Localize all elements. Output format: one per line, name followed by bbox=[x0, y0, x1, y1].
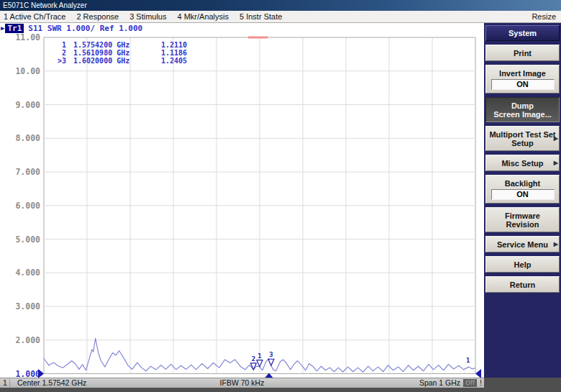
softkey-label: Multiport Test Set bbox=[487, 130, 558, 139]
bottom-strip bbox=[0, 388, 561, 392]
marker-readout: 11.5754200 GHz1.211021.5610980 GHz1.1186… bbox=[52, 41, 187, 65]
submenu-arrow-icon: ▶ bbox=[554, 159, 558, 168]
y-axis-label: 5.000 bbox=[15, 234, 40, 245]
softkey-print[interactable]: Print bbox=[485, 45, 560, 61]
menu-item-active-ch-trace[interactable]: 1 Active Ch/Trace bbox=[4, 12, 65, 21]
resize-button[interactable]: Resize bbox=[532, 12, 556, 21]
marker-number: 2 bbox=[52, 49, 66, 57]
softkey-label: Screen Image... bbox=[487, 110, 558, 119]
trace-header: ▶ Tr1 S11 SWR 1.000/ Ref 1.000 bbox=[1, 24, 142, 33]
y-axis-label: 3.000 bbox=[15, 301, 40, 311]
softkey-return[interactable]: Return bbox=[485, 276, 560, 293]
marker-1-number: 1 bbox=[257, 352, 261, 360]
center-frequency-readout: Center 1.57542 GHz bbox=[17, 378, 86, 388]
submenu-arrow-icon: ▶ bbox=[554, 135, 558, 143]
active-trace-arrow-icon: ▶ bbox=[1, 24, 4, 33]
y-axis-label: 11.00 bbox=[15, 32, 40, 42]
y-axis-label: 10.00 bbox=[15, 66, 40, 76]
softkey-label: Firmware bbox=[487, 211, 558, 220]
softkey-label: Dump bbox=[487, 101, 558, 110]
channel-indicator: 1 bbox=[1, 379, 10, 387]
y-axis-label: 2.000 bbox=[15, 335, 40, 345]
trace-format-label: S11 SWR 1.000/ Ref 1.000 bbox=[28, 24, 142, 33]
plot-svg: 11.0010.009.0008.0007.0006.0005.0004.000… bbox=[0, 23, 484, 378]
softkey-label: Return bbox=[487, 281, 558, 289]
submenu-arrow-icon: ▶ bbox=[554, 240, 558, 249]
span-readout: Span 1 GHz bbox=[419, 378, 460, 388]
softkey-toggle-state: ON bbox=[491, 189, 555, 200]
marker-frequency: 1.5754200 GHz bbox=[73, 41, 158, 49]
reference-level-marker-left bbox=[38, 369, 44, 378]
softkey-menu: SystemPrintInvert ImageONDumpScreen Imag… bbox=[484, 23, 561, 378]
marker-value: 1.1186 bbox=[161, 49, 187, 57]
marker-number: >3 bbox=[52, 57, 66, 65]
marker-3-number: 3 bbox=[269, 351, 273, 358]
marker-readout-row: 11.5754200 GHz1.2110 bbox=[52, 41, 187, 49]
window-title-bar: E5071C Network Analyzer bbox=[0, 0, 561, 11]
marker-readout-row: 21.5610980 GHz1.1186 bbox=[52, 49, 187, 57]
menu-item-response[interactable]: 2 Response bbox=[76, 12, 119, 21]
softkey-toggle-state: ON bbox=[491, 79, 555, 90]
y-axis-label: 9.000 bbox=[15, 100, 40, 110]
y-axis-label: 6.000 bbox=[15, 201, 40, 211]
softkey-invert-image[interactable]: Invert ImageON bbox=[485, 65, 560, 94]
y-axis-label: 7.000 bbox=[15, 167, 40, 177]
softkey-label: Print bbox=[487, 49, 558, 58]
marker-frequency: 1.5610980 GHz bbox=[73, 49, 158, 57]
softkey-dump-screen-image[interactable]: DumpScreen Image... bbox=[485, 97, 560, 122]
marker-number: 1 bbox=[52, 41, 66, 49]
marker-3-symbol[interactable] bbox=[268, 359, 274, 365]
graph-area: ▶ Tr1 S11 SWR 1.000/ Ref 1.000 11.575420… bbox=[0, 23, 484, 378]
y-axis-label: 1.000 bbox=[15, 369, 40, 378]
softkey-firmware-revision[interactable]: FirmwareRevision bbox=[485, 207, 560, 232]
ifbw-readout: IFBW 70 kHz bbox=[220, 378, 265, 388]
menu-item-instr-state[interactable]: 5 Instr State bbox=[240, 12, 282, 21]
marker-frequency: 1.6020000 GHz bbox=[73, 57, 158, 65]
softkey-help[interactable]: Help bbox=[485, 256, 560, 273]
softkey-label: Invert Image bbox=[487, 69, 558, 78]
trace-number-badge[interactable]: Tr1 bbox=[5, 24, 24, 33]
reference-level-marker-right bbox=[475, 369, 481, 378]
status-bar: 1 Center 1.57542 GHz IFBW 70 kHz Span 1 … bbox=[0, 378, 484, 388]
softkey-label: Misc Setup bbox=[487, 159, 558, 168]
softkey-system[interactable]: System bbox=[485, 25, 560, 41]
softkey-label: Service Menu bbox=[487, 240, 558, 249]
menu-bar: 1 Active Ch/Trace2 Response3 Stimulus4 M… bbox=[0, 11, 561, 23]
menu-item-mkr-analysis[interactable]: 4 Mkr/Analysis bbox=[177, 12, 229, 21]
softkey-label: Setup bbox=[487, 139, 558, 147]
analyzer-screen: E5071C Network Analyzer 1 Active Ch/Trac… bbox=[0, 0, 561, 392]
softkey-misc-setup[interactable]: Misc Setup▶ bbox=[485, 155, 560, 171]
softkey-label: Help bbox=[487, 260, 558, 269]
correction-off-badge: Off bbox=[463, 379, 477, 387]
marker-1-symbol[interactable] bbox=[257, 360, 263, 367]
warning-indicator: ! bbox=[480, 378, 482, 388]
y-axis-label: 8.000 bbox=[15, 133, 40, 143]
status-bar-filler bbox=[484, 378, 561, 388]
softkey-label: System bbox=[487, 29, 558, 37]
softkey-backlight[interactable]: BacklightON bbox=[485, 175, 560, 204]
marker-readout-row: >31.6020000 GHz1.2405 bbox=[52, 57, 187, 65]
marker-2-symbol[interactable] bbox=[250, 363, 256, 370]
trace-end-number: 1 bbox=[466, 357, 470, 364]
y-axis-label: 4.000 bbox=[15, 268, 40, 278]
softkey-label: Revision bbox=[487, 220, 558, 229]
softkey-service-menu[interactable]: Service Menu▶ bbox=[485, 236, 560, 252]
marker-value: 1.2405 bbox=[161, 57, 187, 65]
window-title: E5071C Network Analyzer bbox=[3, 1, 87, 9]
marker-value: 1.2110 bbox=[161, 41, 187, 49]
softkey-label: Backlight bbox=[487, 179, 558, 188]
menu-item-stimulus[interactable]: 3 Stimulus bbox=[129, 12, 166, 21]
softkey-multiport-test-set[interactable]: Multiport Test SetSetup▶ bbox=[485, 126, 560, 151]
menu-items: 1 Active Ch/Trace2 Response3 Stimulus4 M… bbox=[4, 12, 293, 21]
marker-2-number: 2 bbox=[252, 355, 255, 363]
